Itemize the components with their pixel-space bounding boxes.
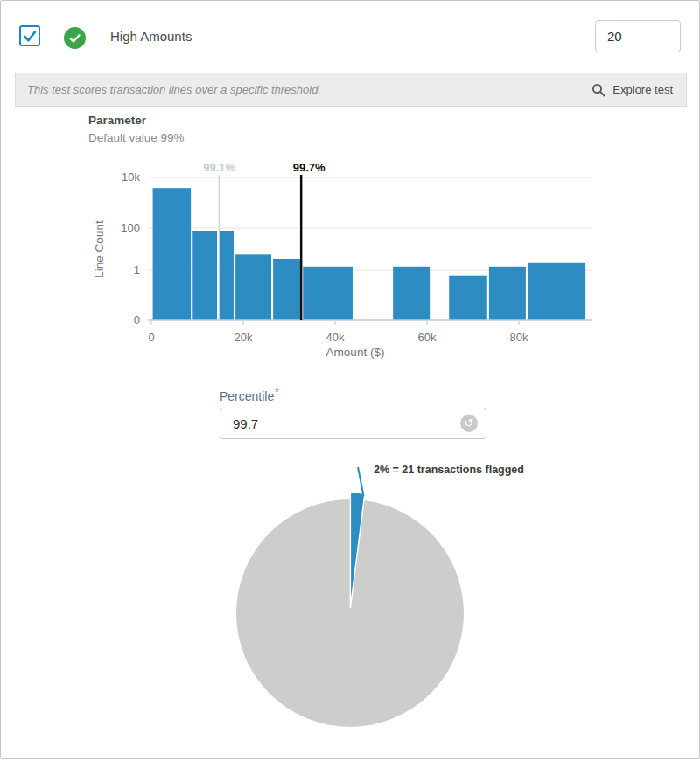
score-input[interactable] xyxy=(595,20,681,52)
pie-annotation: 2% = 21 transactions flagged xyxy=(374,464,524,476)
percentile-input[interactable] xyxy=(220,408,486,439)
x-tick-label: 60k xyxy=(418,331,437,344)
histogram-bar xyxy=(393,267,430,320)
percentile-label: Percentile* xyxy=(220,387,279,403)
explore-test-label: Explore test xyxy=(612,83,673,96)
y-tick-label: 10k xyxy=(122,171,140,184)
y-axis-label: Line Count xyxy=(93,220,106,278)
histogram-bar xyxy=(528,263,585,320)
histogram-bar xyxy=(489,267,526,320)
search-icon xyxy=(592,83,606,97)
histogram-bar xyxy=(192,231,217,320)
test-card: High Amounts This test scores transactio… xyxy=(0,0,700,759)
y-tick-label: 100 xyxy=(121,221,140,234)
histogram-bar xyxy=(153,188,192,320)
description-banner: This test scores transaction lines over … xyxy=(15,73,687,107)
x-tick-label: 20k xyxy=(234,331,253,344)
test-description: This test scores transaction lines over … xyxy=(27,83,321,96)
y-tick-label: 1 xyxy=(134,263,140,276)
explore-test-button[interactable]: Explore test xyxy=(590,80,675,101)
amount-histogram-chart: 020k40k60k80k0110010kAmount ($)Line Coun… xyxy=(1,158,700,364)
histogram-bar xyxy=(273,259,300,320)
x-tick-label: 0 xyxy=(148,331,154,344)
reset-to-default-icon[interactable]: ↺ xyxy=(460,415,478,432)
parameter-heading: Parameter xyxy=(88,114,146,127)
test-title: High Amounts xyxy=(110,29,192,44)
histogram-bar xyxy=(220,231,234,320)
percentile-label-text: Percentile xyxy=(220,389,274,403)
histogram-bar xyxy=(235,254,271,320)
y-tick-label: 0 xyxy=(134,313,140,326)
required-asterisk: * xyxy=(275,387,278,397)
histogram-bar xyxy=(449,276,487,320)
checkbox-check-icon xyxy=(22,28,38,44)
percentile-field: ↺ xyxy=(220,408,486,439)
flagged-transactions-pie-chart xyxy=(1,456,700,736)
x-tick-label: 80k xyxy=(510,331,528,344)
check-icon xyxy=(68,31,81,45)
parameter-default-value: Default value 99% xyxy=(88,131,185,144)
x-tick-label: 40k xyxy=(326,331,345,344)
test-enabled-checkbox[interactable] xyxy=(19,25,40,46)
status-check-icon xyxy=(64,27,86,49)
histogram-bar xyxy=(303,267,353,320)
percentile-marker-label: 99.7% xyxy=(293,161,326,174)
x-axis-label: Amount ($) xyxy=(326,346,385,359)
percentile-marker-label: 99.1% xyxy=(203,161,235,174)
annotation-leader-line xyxy=(358,467,364,496)
